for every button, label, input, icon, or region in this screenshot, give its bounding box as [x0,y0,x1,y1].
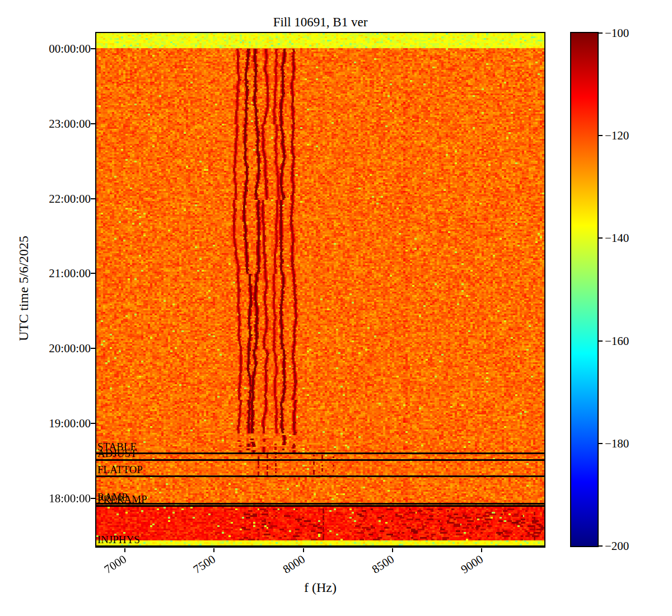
beam-mode-line [96,503,544,505]
colorbar-tick-label: −100 [605,26,629,40]
y-tick-mark [91,123,95,124]
colorbar-tick-mark [599,237,603,239]
colorbar-tick-label: −140 [605,231,629,245]
colorbar-tick-label: −160 [605,334,629,348]
colorbar-tick-mark [599,340,603,342]
beam-mode-label: ADJUST [97,448,137,459]
y-tick-mark [91,48,95,49]
y-tick-mark [91,348,95,349]
beam-mode-label: INJPHYS [97,534,140,545]
x-tick-mark [392,548,393,552]
x-tick-mark [124,548,125,552]
x-tick-mark [213,548,214,552]
colorbar-tick-mark [599,135,603,136]
beam-mode-label: FLATTOP [97,464,143,475]
beam-mode-line [96,452,544,454]
y-tick-label: 19:00:00 [16,416,91,431]
y-tick-label: 20:00:00 [16,341,91,356]
spectrogram-canvas [96,33,544,547]
colorbar-tick-label: −180 [605,436,629,451]
y-tick-mark [91,498,95,499]
x-tick-mark [481,548,482,552]
colorbar-tick-label: −200 [605,539,629,553]
beam-mode-line [96,459,544,461]
y-axis-label: UTC time 5/6/2025 [16,236,31,341]
beam-mode-label: PRERAMP [97,494,147,505]
plot-area: STABLEADJUSTFLATTOPRAMPPRERAMPINJPHYS [95,32,545,548]
colorbar-tick-mark [599,545,603,547]
y-tick-label: 22:00:00 [16,192,91,206]
y-tick-label: 00:00:00 [16,41,91,56]
beam-mode-line [96,505,544,507]
colorbar-tick-label: −120 [605,128,629,143]
y-tick-mark [91,273,95,274]
y-tick-label: 23:00:00 [16,116,91,131]
y-tick-mark [91,198,95,199]
colorbar-tick-mark [599,443,603,444]
y-tick-label: 18:00:00 [16,491,91,506]
beam-mode-line [96,545,544,547]
x-tick-mark [303,548,304,552]
beam-mode-line [96,475,544,477]
y-tick-mark [91,423,95,424]
y-tick-label: 21:00:00 [16,266,91,281]
colorbar-tick-mark [599,32,603,34]
spectrogram-figure: Fill 10691, B1 ver UTC time 5/6/2025 f (… [0,0,672,616]
chart-title: Fill 10691, B1 ver [96,15,544,30]
colorbar [570,32,599,547]
